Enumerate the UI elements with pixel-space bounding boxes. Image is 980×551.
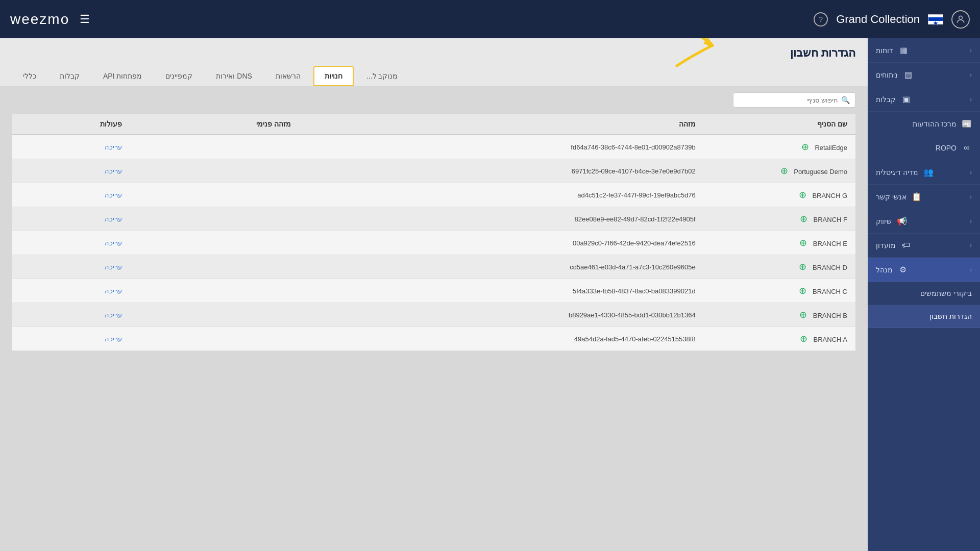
chevron-icon: ‹ <box>970 96 972 103</box>
sidebar-item-admin[interactable]: ‹ ⚙ מנהל <box>868 258 980 282</box>
sidebar-item-label: שיווק <box>876 217 892 226</box>
cell-actions: עריכה <box>12 303 130 327</box>
cell-branch-name: BRANCH D ⊕ <box>704 255 855 279</box>
edit-link[interactable]: עריכה <box>105 263 122 271</box>
table-header-row: שם הסניף מזהה מזהה פנימי פעולות <box>12 114 855 135</box>
sidebar-item-contacts[interactable]: ‹ 📋 אנשי קשר <box>868 185 980 209</box>
topbar-right: ☰ weezmo <box>10 11 90 28</box>
search-input-wrapper[interactable]: 🔍 <box>733 92 855 108</box>
sidebar-item-user-visits[interactable]: ביקורי משתמשים <box>868 282 980 305</box>
cell-branch-id: ad4c51c2-fe37-447f-99cf-19ef9abc5d76 <box>299 183 704 207</box>
edit-link[interactable]: עריכה <box>105 167 122 175</box>
edit-link[interactable]: עריכה <box>105 143 122 151</box>
cell-actions: עריכה <box>12 135 130 159</box>
search-input[interactable] <box>739 96 838 104</box>
cell-internal-id <box>130 327 299 351</box>
sidebar-item-label: קבלות <box>876 95 896 104</box>
tab-campaigns[interactable]: קמפיינים <box>155 66 203 86</box>
edit-link[interactable]: עריכה <box>105 191 122 199</box>
help-icon[interactable]: ? <box>814 12 828 27</box>
cell-internal-id <box>130 207 299 231</box>
status-icon: ⊕ <box>800 214 807 224</box>
cell-branch-id: cd5ae461-e03d-4a71-a7c3-10c260e9605e <box>299 255 704 279</box>
knowledge-icon: 📰 <box>962 119 972 129</box>
cell-branch-name: BRANCH F ⊕ <box>704 207 855 231</box>
user-icon[interactable] <box>951 10 970 29</box>
sidebar-item-knowledge[interactable]: 📰 מרכז ההודעות <box>868 112 980 136</box>
status-icon: ⊕ <box>799 190 806 200</box>
marketing-icon: 📢 <box>897 216 907 226</box>
ropo-icon: ∞ <box>962 143 972 153</box>
chevron-icon: ‹ <box>970 193 972 201</box>
weezmo-logo: weezmo <box>10 11 69 28</box>
sidebar-item-club[interactable]: ‹ 🏷 מועדון <box>868 234 980 258</box>
col-header-internal: מזהה פנימי <box>130 114 299 135</box>
cell-actions: עריכה <box>12 327 130 351</box>
cell-actions: עריכה <box>12 207 130 231</box>
sidebar-item-label: מרכז ההודעות <box>913 120 957 128</box>
sidebar-item-billing[interactable]: ‹ ▣ קבלות <box>868 87 980 112</box>
page-header: הגדרות חשבון כללי קבלות מפתחות API <box>0 38 868 86</box>
status-icon: ⊕ <box>799 286 806 296</box>
edit-link[interactable]: עריכה <box>105 335 122 343</box>
tab-dns[interactable]: DNS ואירות <box>205 66 262 86</box>
tab-api-keys[interactable]: מפתחות API <box>92 66 153 86</box>
search-icon: 🔍 <box>841 96 850 104</box>
content-area: הגדרות חשבון כללי קבלות מפתחות API <box>0 38 868 551</box>
cell-internal-id <box>130 279 299 303</box>
edit-link[interactable]: עריכה <box>105 311 122 319</box>
cell-actions: עריכה <box>12 279 130 303</box>
club-icon: 🏷 <box>901 241 911 250</box>
tab-connected[interactable]: מנוקב ל... <box>356 66 409 86</box>
site-name: Grand Collection <box>836 13 920 26</box>
edit-link[interactable]: עריכה <box>105 239 122 247</box>
table-row: BRANCH A ⊕ 49a54d2a-fad5-4470-afeb-02245… <box>12 327 855 351</box>
sidebar-item-ropo[interactable]: ∞ ROPO <box>868 136 980 160</box>
table-row: BRANCH E ⊕ 00a929c0-7f66-42de-9420-dea74… <box>12 231 855 255</box>
cell-actions: עריכה <box>12 183 130 207</box>
edit-link[interactable]: עריכה <box>105 215 122 223</box>
hamburger-icon[interactable]: ☰ <box>80 13 90 26</box>
cell-branch-name: BRANCH E ⊕ <box>704 231 855 255</box>
table-row: Portuguese Demo ⊕ 6971fc25-09ce-4107-b4c… <box>12 159 855 183</box>
chevron-icon: ‹ <box>970 266 972 273</box>
status-icon: ⊕ <box>780 166 788 176</box>
chevron-icon: ‹ <box>970 71 972 79</box>
table-body: RetailEdge ⊕ fd64a746-38c6-4744-8e01-d00… <box>12 135 855 351</box>
cell-branch-id: 82ee08e9-ee82-49d7-82cd-1f2f22e4905f <box>299 207 704 231</box>
sidebar-item-marketing[interactable]: ‹ 📢 שיווק <box>868 209 980 234</box>
table-row: RetailEdge ⊕ fd64a746-38c6-4744-8e01-d00… <box>12 135 855 159</box>
tab-stores[interactable]: חנויות <box>313 66 354 86</box>
cell-internal-id <box>130 159 299 183</box>
cell-branch-name: RetailEdge ⊕ <box>704 135 855 159</box>
table-row: BRANCH B ⊕ b8929ae1-4330-4855-bdd1-030bb… <box>12 303 855 327</box>
sidebar-item-account-settings[interactable]: הגדרות חשבון <box>868 305 980 328</box>
sidebar-item-label: ניתוחים <box>876 71 898 79</box>
topbar: Grand Collection ? ☰ weezmo <box>0 0 980 38</box>
cell-branch-id: b8929ae1-4330-4855-bdd1-030bb12b1364 <box>299 303 704 327</box>
edit-link[interactable]: עריכה <box>105 287 122 295</box>
cell-internal-id <box>130 231 299 255</box>
sidebar-item-digital-media[interactable]: ‹ 👥 מדיה דיגיטלית <box>868 160 980 185</box>
cell-branch-id: 6971fc25-09ce-4107-b4ce-3e7e0e9d7b02 <box>299 159 704 183</box>
sidebar-item-analytics[interactable]: ‹ ▤ ניתוחים <box>868 63 980 87</box>
tab-permissions[interactable]: הרשאות <box>265 66 311 86</box>
sidebar: ‹ ▦ דוחות ‹ ▤ ניתוחים ‹ ▣ קבלות 📰 מרכז ה… <box>868 38 980 551</box>
cell-branch-name: Portuguese Demo ⊕ <box>704 159 855 183</box>
chevron-icon: ‹ <box>970 218 972 225</box>
tab-general[interactable]: כללי <box>12 66 47 86</box>
page-title: הגדרות חשבון <box>12 46 855 60</box>
cell-actions: עריכה <box>12 255 130 279</box>
tab-billing[interactable]: קבלות <box>49 66 90 86</box>
col-header-name: שם הסניף <box>704 114 855 135</box>
tab-navigation: כללי קבלות מפתחות API קמפיינים DNS ואירו… <box>12 66 855 86</box>
cell-branch-name: BRANCH A ⊕ <box>704 327 855 351</box>
col-header-actions: פעולות <box>12 114 130 135</box>
cell-branch-name: BRANCH C ⊕ <box>704 279 855 303</box>
cell-internal-id <box>130 255 299 279</box>
cell-actions: עריכה <box>12 159 130 183</box>
cell-branch-id: 00a929c0-7f66-42de-9420-dea74efe2516 <box>299 231 704 255</box>
sidebar-item-reports[interactable]: ‹ ▦ דוחות <box>868 38 980 63</box>
status-icon: ⊕ <box>801 142 809 152</box>
contacts-icon: 📋 <box>912 192 922 202</box>
